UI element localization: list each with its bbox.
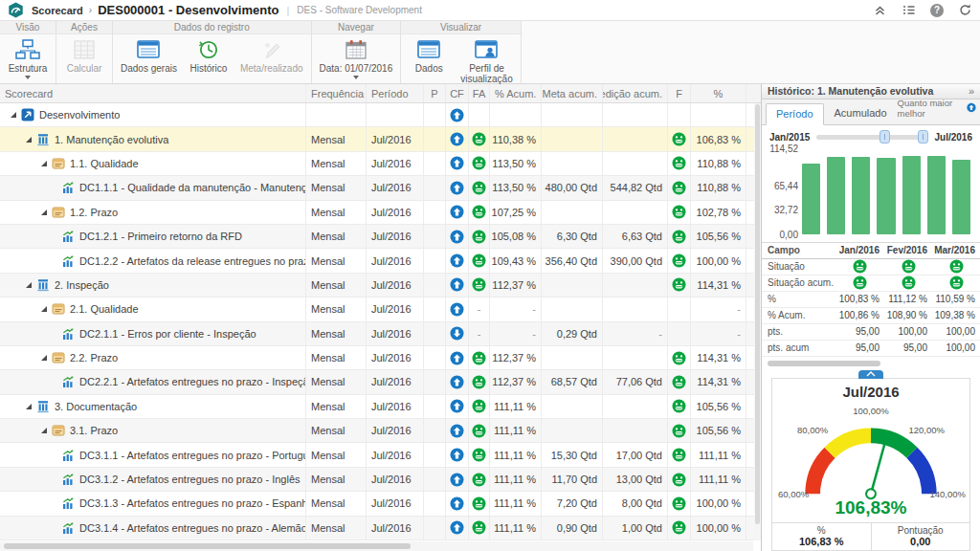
- tree-expander[interactable]: [26, 404, 32, 409]
- cell-value: 111,11 %: [494, 522, 536, 534]
- table-row[interactable]: DC2.1.1 - Erros por cliente - InspeçãoMe…: [0, 322, 761, 346]
- help-icon[interactable]: ?: [930, 4, 944, 17]
- cell-value: 100,00 %: [697, 497, 741, 509]
- collapse-ribbon-icon[interactable]: [873, 3, 887, 17]
- column-header-p[interactable]: P: [424, 84, 446, 102]
- field-value: 111,12 %: [884, 294, 932, 304]
- table-row[interactable]: 1.1. QualidadeMensalJul/2016 113,50 % 11…: [0, 152, 761, 176]
- dados-gerais-button[interactable]: Dados gerais: [116, 36, 182, 81]
- chart-bar[interactable]: [852, 157, 870, 234]
- column-header-f[interactable]: F: [668, 84, 691, 102]
- button-label: Perfil de visualização: [460, 63, 512, 84]
- column-header-periodo[interactable]: Período: [367, 84, 424, 102]
- chart-bar[interactable]: [827, 157, 845, 234]
- table-row[interactable]: DC3.1.2 - Artefatos entregues no prazo -…: [0, 468, 761, 492]
- cell-value: Mensal: [311, 474, 345, 485]
- cell-value: 111,11 %: [699, 474, 741, 485]
- column-header-medicao-acum[interactable]: Medição acum.: [603, 84, 668, 102]
- gauge-collapse-tab[interactable]: [858, 370, 883, 379]
- fields-scrollbar-thumb[interactable]: [768, 361, 880, 366]
- table-row[interactable]: 3.1. PrazoMensalJul/2016 111,11 % 105,56…: [0, 419, 761, 443]
- column-header-pct-acum[interactable]: % Acum.: [490, 84, 542, 102]
- empty-value: -: [737, 328, 741, 340]
- data-dropdown-button[interactable]: Data: 01/07/2016: [315, 36, 398, 81]
- status-smile-icon: [472, 375, 486, 389]
- breadcrumb-app[interactable]: Scorecard: [32, 5, 83, 16]
- fields-row: %100,83 %111,12 %110,59 %: [762, 292, 980, 308]
- fields-col-month[interactable]: Mar/2016: [932, 245, 980, 255]
- table-row[interactable]: DC3.1.3 - Artefatos entregues no prazo -…: [0, 492, 761, 516]
- perfil-visualizacao-button[interactable]: Perfil de visualização: [456, 36, 517, 85]
- dados-button[interactable]: Dados: [404, 36, 454, 85]
- cell-value: Mensal: [311, 231, 345, 242]
- table-row[interactable]: 1. Manutenção evolutivaMensalJul/2016 11…: [0, 127, 761, 151]
- tree-expander[interactable]: [41, 209, 47, 215]
- table-row[interactable]: 2. InspeçãoMensalJul/2016 112,37 % 114,3…: [0, 274, 761, 298]
- tree-expander[interactable]: [41, 306, 47, 312]
- gauge-tick-label: 60,00%: [778, 489, 809, 499]
- table-row[interactable]: DC3.1.1 - Artefatos entregues no prazo -…: [0, 443, 761, 467]
- table-row[interactable]: DC2.2.1 - Artefatos entregues no prazo -…: [0, 370, 761, 394]
- refresh-icon[interactable]: [958, 3, 972, 17]
- fields-col-month[interactable]: Jan/2016: [835, 245, 884, 255]
- indicator-chart-icon: [61, 521, 75, 535]
- table-row[interactable]: 3. DocumentaçãoMensalJul/2016 111,11 % 1…: [0, 395, 761, 419]
- cell-value: Jul/2016: [371, 401, 412, 412]
- panel-collapse-icon[interactable]: »: [969, 85, 974, 97]
- column-header-fa[interactable]: FA: [469, 84, 490, 102]
- slider-track[interactable]: [816, 135, 927, 140]
- tree-expander[interactable]: [41, 161, 47, 166]
- chart-bar[interactable]: [877, 158, 895, 234]
- ribbon-group-visualizar: Visualizar Dados Perfil de visualização: [401, 21, 521, 83]
- fields-scrollbar[interactable]: [768, 361, 980, 366]
- chart-bar[interactable]: [952, 160, 970, 234]
- tree-expander[interactable]: [26, 282, 32, 288]
- tree-expander[interactable]: [26, 137, 32, 143]
- tab-acumulado[interactable]: Acumulado: [824, 102, 898, 124]
- direction-label: Quanto maior melhor: [898, 98, 963, 119]
- table-row[interactable]: DC1.1.1 - Qualidade da manutenção - Manu…: [0, 176, 761, 200]
- indicator-chart-icon: [61, 181, 75, 194]
- chart-bar[interactable]: [927, 156, 946, 234]
- vertical-scrollbar[interactable]: [754, 103, 761, 540]
- fields-col-month[interactable]: Fev/2016: [884, 245, 932, 255]
- vertical-scrollbar-thumb[interactable]: [755, 104, 760, 524]
- table-row[interactable]: 2.2. PrazoMensalJul/2016 112,37 % 114,31…: [0, 346, 761, 370]
- table-row[interactable]: Desenvolvimento: [0, 103, 761, 127]
- table-row[interactable]: DC1.2.2 - Artefatos da release entregues…: [0, 249, 761, 273]
- cell-value: Jul/2016: [371, 255, 412, 267]
- cell-value: 105,08 %: [492, 231, 536, 242]
- tab-periodo[interactable]: Período: [766, 103, 824, 125]
- list-view-icon[interactable]: [902, 3, 916, 17]
- estrutura-button[interactable]: Estrutura: [3, 36, 53, 81]
- slider-handle-right[interactable]: [918, 130, 928, 143]
- field-label: %: [762, 294, 835, 304]
- fields-col-campo[interactable]: Campo: [762, 245, 835, 255]
- dropdown-caret-icon: [25, 76, 31, 79]
- column-header-cf[interactable]: CF: [446, 84, 469, 102]
- cell-value: Mensal: [311, 182, 345, 193]
- gauge-tick-label: 140,00%: [929, 489, 966, 499]
- horizontal-scrollbar-thumb[interactable]: [4, 543, 411, 549]
- tree-expander[interactable]: [11, 112, 16, 118]
- cell-value: 15,30 Qtd: [551, 450, 597, 461]
- table-row[interactable]: DC3.1.4 - Artefatos entregues no prazo -…: [0, 517, 761, 540]
- row-label: DC3.1.1 - Artefatos entregues no prazo -…: [79, 450, 306, 461]
- table-row[interactable]: DC1.2.1 - Primeiro retorno da RFDMensalJ…: [0, 225, 761, 249]
- column-header-pct[interactable]: %: [691, 84, 746, 102]
- column-header-frequencia[interactable]: Frequência: [306, 84, 367, 102]
- slider-handle-left[interactable]: [880, 130, 890, 143]
- historico-button[interactable]: Histórico: [184, 36, 234, 81]
- chart-ytick-label: 65,44: [766, 180, 798, 190]
- table-row[interactable]: 2.1. QualidadeMensalJul/2016 ---: [0, 298, 761, 321]
- tree-expander[interactable]: [41, 355, 47, 361]
- horizontal-scrollbar[interactable]: [0, 541, 753, 551]
- column-header-meta-acum[interactable]: Meta acum.: [542, 84, 603, 102]
- chart-ytick-label: 32,72: [766, 205, 798, 215]
- table-row[interactable]: 1.2. PrazoMensalJul/2016 107,25 % 102,78…: [0, 201, 761, 225]
- cell-value: 110,88 %: [697, 158, 741, 169]
- column-header-scorecard[interactable]: Scorecard: [0, 84, 306, 102]
- chart-bar[interactable]: [802, 164, 820, 234]
- tree-expander[interactable]: [41, 428, 47, 433]
- chart-bar[interactable]: [902, 156, 921, 234]
